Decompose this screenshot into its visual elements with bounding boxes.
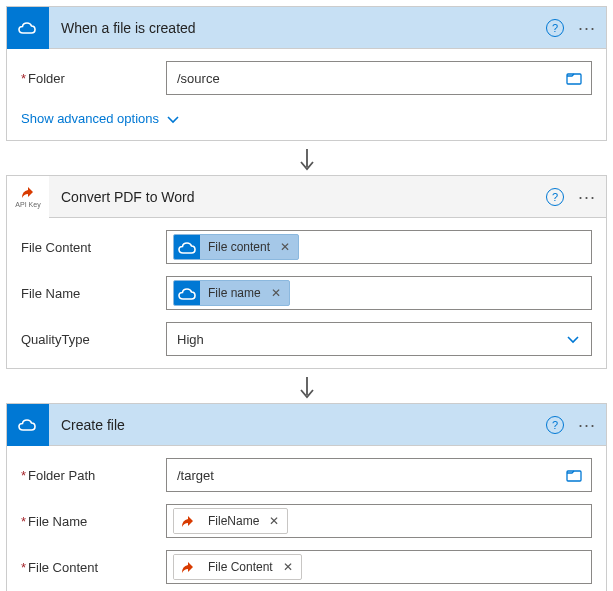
apikey-icon	[174, 508, 200, 534]
token-label: File name	[200, 286, 269, 300]
step-convert-pdf: API Key Convert PDF to Word ? ··· File C…	[6, 175, 607, 369]
token-label: FileName	[200, 514, 267, 528]
folder-path-label: Folder Path	[21, 468, 166, 483]
onedrive-icon	[174, 234, 200, 260]
step2-title: Convert PDF to Word	[49, 189, 546, 205]
remove-token-icon[interactable]: ✕	[267, 514, 287, 528]
remove-token-icon[interactable]: ✕	[281, 560, 301, 574]
remove-token-icon[interactable]: ✕	[269, 286, 289, 300]
file-name-label: File Name	[21, 286, 166, 301]
file-name-token[interactable]: FileName ✕	[173, 508, 288, 534]
help-icon[interactable]: ?	[546, 416, 564, 434]
step1-header[interactable]: When a file is created ? ···	[7, 7, 606, 49]
advanced-label: Show advanced options	[21, 111, 159, 126]
quality-select[interactable]: High	[166, 322, 592, 356]
step2-header[interactable]: API Key Convert PDF to Word ? ···	[7, 176, 606, 218]
show-advanced-options-link[interactable]: Show advanced options	[21, 107, 181, 128]
file-content-label: File Content	[21, 240, 166, 255]
file-name-token[interactable]: File name ✕	[173, 280, 290, 306]
folder-value: /source	[173, 69, 563, 88]
folder-label: Folder	[21, 71, 166, 86]
folder-input[interactable]: /source	[166, 61, 592, 95]
apikey-icon	[174, 554, 200, 580]
file-name-label: File Name	[21, 514, 166, 529]
flow-arrow-icon	[6, 369, 607, 403]
file-name-input[interactable]: File name ✕	[166, 276, 592, 310]
more-menu-icon[interactable]: ···	[578, 19, 596, 37]
onedrive-icon	[7, 404, 49, 446]
onedrive-icon	[7, 7, 49, 49]
quality-label: QualityType	[21, 332, 166, 347]
folder-path-value: /target	[173, 466, 563, 485]
step-when-file-created: When a file is created ? ··· Folder /sou…	[6, 6, 607, 141]
apikey-icon: API Key	[7, 176, 49, 218]
file-content-token[interactable]: File Content ✕	[173, 554, 302, 580]
file-name-input[interactable]: FileName ✕	[166, 504, 592, 538]
file-content-token[interactable]: File content ✕	[173, 234, 299, 260]
help-icon[interactable]: ?	[546, 19, 564, 37]
file-content-input[interactable]: File Content ✕	[166, 550, 592, 584]
flow-arrow-icon	[6, 141, 607, 175]
more-menu-icon[interactable]: ···	[578, 416, 596, 434]
step3-title: Create file	[49, 417, 546, 433]
file-content-label: File Content	[21, 560, 166, 575]
step1-title: When a file is created	[49, 20, 546, 36]
folder-picker-icon[interactable]	[563, 466, 585, 484]
token-label: File Content	[200, 560, 281, 574]
folder-path-input[interactable]: /target	[166, 458, 592, 492]
step-create-file: Create file ? ··· Folder Path /target Fi…	[6, 403, 607, 591]
chevron-down-icon[interactable]	[561, 332, 585, 346]
folder-picker-icon[interactable]	[563, 69, 585, 87]
token-label: File content	[200, 240, 278, 254]
help-icon[interactable]: ?	[546, 188, 564, 206]
remove-token-icon[interactable]: ✕	[278, 240, 298, 254]
step3-header[interactable]: Create file ? ···	[7, 404, 606, 446]
file-content-input[interactable]: File content ✕	[166, 230, 592, 264]
apikey-label: API Key	[15, 201, 40, 208]
quality-value: High	[173, 330, 561, 349]
onedrive-icon	[174, 280, 200, 306]
more-menu-icon[interactable]: ···	[578, 188, 596, 206]
